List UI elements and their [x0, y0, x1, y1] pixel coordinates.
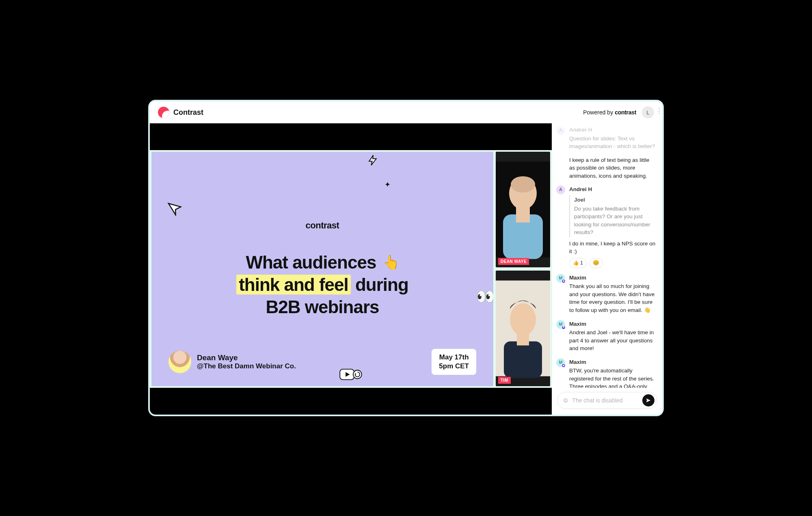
doodle-eyes-icon: 👀 — [476, 288, 493, 305]
camera-tag-1: DEAN WAYE — [498, 258, 529, 265]
doodle-bolt-icon — [367, 154, 379, 169]
chat-message-body: I keep a rule of text being as little as… — [569, 156, 657, 180]
presenter: Dean Waye @The Best Damn Webinar Co. — [168, 350, 296, 373]
camera-feed-2[interactable]: TIM — [496, 271, 550, 386]
chat-author: Andrei H — [569, 185, 657, 194]
chat-message-body: MaximBTW, you're automatically registere… — [569, 358, 657, 388]
chat-text: Thank you all so much for joining and yo… — [569, 282, 657, 314]
chat-quote-text: Do you take feedback from participants? … — [574, 206, 650, 236]
chat-message[interactable]: M★MaximBTW, you're automatically registe… — [556, 358, 657, 388]
chat-message[interactable]: AAndrei HQuestion for slides: Text vs im… — [556, 126, 657, 150]
chat-author: Andrei H — [569, 126, 657, 134]
chat-placeholder: The chat is disabled — [572, 397, 639, 404]
brand[interactable]: Contrast — [158, 107, 203, 118]
emoji-picker-icon[interactable]: ☺ — [562, 397, 569, 404]
video-stage: ✦ 👀 contrast What audiences — [150, 123, 552, 415]
camera-tag-2: TIM — [498, 377, 511, 384]
chat-avatar: M★ — [556, 320, 565, 329]
chat-text: Question for slides: Text vs images/anim… — [569, 135, 657, 150]
chat-message-body: MaximThank you all so much for joining a… — [569, 274, 657, 314]
chat-message[interactable]: M★MaximAndrei and Joel - we'll have time… — [556, 320, 657, 353]
svg-point-8 — [510, 303, 536, 336]
presenter-handle: @The Best Damn Webinar Co. — [197, 362, 296, 370]
user-initial: L — [646, 110, 649, 116]
reaction-pill[interactable]: 😊 — [589, 258, 603, 268]
app-frame: Contrast Powered by contrast L — [148, 100, 664, 416]
doodle-cursor-icon — [166, 199, 186, 221]
powered-by-brand: contrast — [615, 109, 636, 116]
send-button[interactable] — [642, 394, 654, 406]
svg-rect-10 — [517, 332, 529, 346]
slide-footer: Dean Waye @The Best Damn Webinar Co. May… — [168, 349, 476, 375]
chat-message[interactable]: AAndrei HJoelDo you take feedback from p… — [556, 185, 657, 268]
chat-text: I do in mine, I keep a NPS score on it :… — [569, 240, 657, 256]
slide-title: What audiences 👆 think and feel during B… — [168, 251, 476, 318]
camera-column: DEAN WAYE TIM — [496, 152, 550, 386]
event-date-l1: May 17th — [439, 353, 469, 362]
chat-input-area: ☺ The chat is disabled — [552, 388, 662, 415]
content: ✦ 👀 contrast What audiences — [150, 123, 662, 415]
chat-panel: AAndrei HQuestion for slides: Text vs im… — [552, 123, 662, 415]
doodle-sparkle-icon: ✦ — [384, 180, 391, 189]
chat-avatar: M★ — [556, 358, 565, 367]
host-badge-icon: ★ — [561, 279, 566, 284]
chat-message[interactable]: M★MaximThank you all so much for joining… — [556, 274, 657, 314]
chat-message-body: Andrei HQuestion for slides: Text vs ima… — [569, 126, 657, 150]
reaction-pill[interactable]: 👍 1 — [569, 258, 587, 268]
slide-title-highlight: think and feel — [236, 275, 351, 295]
chat-text: Andrei and Joel - we'll have time in par… — [569, 329, 657, 353]
chat-input[interactable]: ☺ The chat is disabled — [557, 392, 657, 409]
host-badge-icon: ★ — [561, 363, 566, 368]
topbar: Contrast Powered by contrast L — [150, 101, 662, 123]
chat-avatar: A — [556, 185, 565, 194]
event-date-l2: 5pm CET — [439, 362, 469, 371]
svg-rect-6 — [516, 206, 530, 223]
window-drag-dots — [659, 108, 660, 114]
chat-author: Maxim — [569, 320, 657, 328]
chat-message-body: Andrei HJoelDo you take feedback from pa… — [569, 185, 657, 268]
chat-quote: JoelDo you take feedback from participan… — [569, 195, 657, 237]
chat-text: I keep a rule of text being as little as… — [569, 156, 657, 180]
host-badge-icon: ★ — [561, 325, 566, 330]
presenter-avatar — [168, 350, 191, 373]
chat-avatar: A — [556, 126, 565, 135]
presentation-slide: ✦ 👀 contrast What audiences — [151, 152, 493, 386]
chat-message-list[interactable]: AAndrei HQuestion for slides: Text vs im… — [552, 123, 662, 388]
slide-title-l1a: What audiences — [246, 252, 376, 272]
brand-logo-icon — [158, 107, 169, 118]
chat-author: Maxim — [569, 274, 657, 282]
chat-author: Maxim — [569, 358, 657, 366]
brand-name: Contrast — [173, 108, 203, 117]
camera-feed-1[interactable]: DEAN WAYE — [496, 152, 550, 267]
svg-point-4 — [511, 176, 535, 193]
presenter-name: Dean Waye — [197, 353, 296, 362]
chat-quote-author: Joel — [574, 196, 657, 204]
slide-title-l3: B2B webinars — [266, 297, 379, 317]
powered-by-prefix: Powered by — [583, 109, 613, 116]
powered-by[interactable]: Powered by contrast — [583, 109, 636, 116]
camera-person-icon — [496, 152, 550, 267]
chat-message[interactable]: I keep a rule of text being as little as… — [556, 156, 657, 180]
chat-message-body: MaximAndrei and Joel - we'll have time i… — [569, 320, 657, 353]
chat-text: BTW, you're automatically registered for… — [569, 367, 657, 388]
event-date-box: May 17th 5pm CET — [432, 349, 476, 375]
chat-avatar: M★ — [556, 274, 565, 283]
stage-inner: ✦ 👀 contrast What audiences — [150, 150, 552, 388]
send-icon — [646, 398, 651, 403]
user-avatar-button[interactable]: L — [642, 106, 654, 118]
slide-brand: contrast — [168, 220, 476, 231]
svg-rect-9 — [504, 342, 542, 378]
slide-title-l2b: during — [355, 275, 408, 295]
slide-snap-icon: 👆 — [382, 254, 399, 271]
camera-person-icon — [496, 271, 550, 386]
chat-reactions: 👍 1😊 — [569, 258, 657, 268]
